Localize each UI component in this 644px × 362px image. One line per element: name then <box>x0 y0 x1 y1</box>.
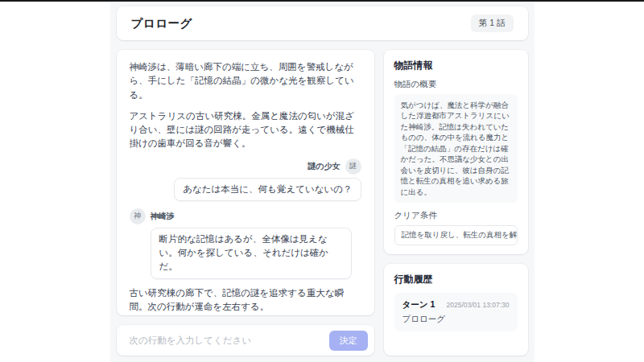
sidebar: 物語情報 物語の概要 気がつけば、魔法と科学が融合した浮遊都市アストラリスにいた… <box>384 50 528 356</box>
episode-header: プロローグ 第 1 話 <box>117 6 528 40</box>
submit-button[interactable]: 決定 <box>329 331 368 351</box>
content-row: 神崎渉は、薄暗い廊下の端に立ち、周囲を警戒しながら、手にした「記憶の結晶」の微か… <box>117 50 528 356</box>
history-title: 行動履歴 <box>394 273 518 286</box>
turn-label: ターン 1 <box>402 299 436 311</box>
history-item-turn-1[interactable]: ターン 1 2025/03/01 13:07:30 プロローグ <box>394 293 518 331</box>
top-progress-bar <box>0 0 644 2</box>
story-paragraph-1: 神崎渉は、薄暗い廊下の端に立ち、周囲を警戒しながら、手にした「記憶の結晶」の微か… <box>130 60 361 102</box>
speech-bubble: あなたは本当に、何も覚えていないの？ <box>174 178 361 201</box>
summary-text: 気がつけば、魔法と科学が融合した浮遊都市アストラリスにいた神崎渉。記憶は失われて… <box>394 94 518 203</box>
history-panel: 行動履歴 ターン 1 2025/03/01 13:07:30 プロローグ <box>384 264 528 356</box>
history-item-header: ターン 1 2025/03/01 13:07:30 <box>402 299 510 311</box>
speaker-avatar: 神 <box>130 208 146 224</box>
story-panel: 神崎渉は、薄暗い廊下の端に立ち、周囲を警戒しながら、手にした「記憶の結晶」の微か… <box>117 50 374 315</box>
episode-badge: 第 1 話 <box>471 14 514 32</box>
dialogue-protagonist: 神 神崎渉 断片的な記憶はあるが、全体像は見えない。何かを探している、それだけは… <box>130 208 361 279</box>
story-paragraph-3: 古い研究棟の廊下で、記憶の謎を追求する重大な瞬間。次の行動が運命を左右する。 <box>130 286 361 315</box>
turn-title: プロローグ <box>402 314 510 325</box>
clear-condition-label: クリア条件 <box>394 210 518 221</box>
app-container: プロローグ 第 1 話 神崎渉は、薄暗い廊下の端に立ち、周囲を警戒しながら、手に… <box>110 0 535 362</box>
story-info-title: 物語情報 <box>394 59 518 72</box>
speaker-avatar: 謎 <box>345 158 361 175</box>
bubble-wrap: あなたは本当に、何も覚えていないの？ <box>130 178 361 201</box>
clear-condition-text: 記憶を取り戻し、転生の真相を解明する <box>394 225 518 245</box>
dialogue-header: 謎の少女 謎 <box>130 158 361 175</box>
main-column: 神崎渉は、薄暗い廊下の端に立ち、周囲を警戒しながら、手にした「記憶の結晶」の微か… <box>117 50 374 356</box>
speaker-name: 神崎渉 <box>151 211 175 222</box>
episode-title: プロローグ <box>131 16 192 31</box>
story-info-panel: 物語情報 物語の概要 気がつけば、魔法と科学が融合した浮遊都市アストラリスにいた… <box>384 50 528 254</box>
speech-bubble: 断片的な記憶はあるが、全体像は見えない。何かを探している、それだけは確かだ。 <box>151 228 352 279</box>
dialogue-header: 神 神崎渉 <box>130 208 361 224</box>
action-input[interactable] <box>128 335 323 346</box>
story-paragraph-2: アストラリスの古い研究棟。金属と魔法の匂いが混ざり合い、壁には謎の回路が走ってい… <box>130 109 361 151</box>
summary-label: 物語の概要 <box>394 79 518 90</box>
speaker-name: 謎の少女 <box>308 161 340 172</box>
action-input-bar: 決定 <box>117 325 374 356</box>
dialogue-mysterious-girl: 謎の少女 謎 あなたは本当に、何も覚えていないの？ <box>130 158 361 201</box>
turn-timestamp: 2025/03/01 13:07:30 <box>447 301 510 309</box>
